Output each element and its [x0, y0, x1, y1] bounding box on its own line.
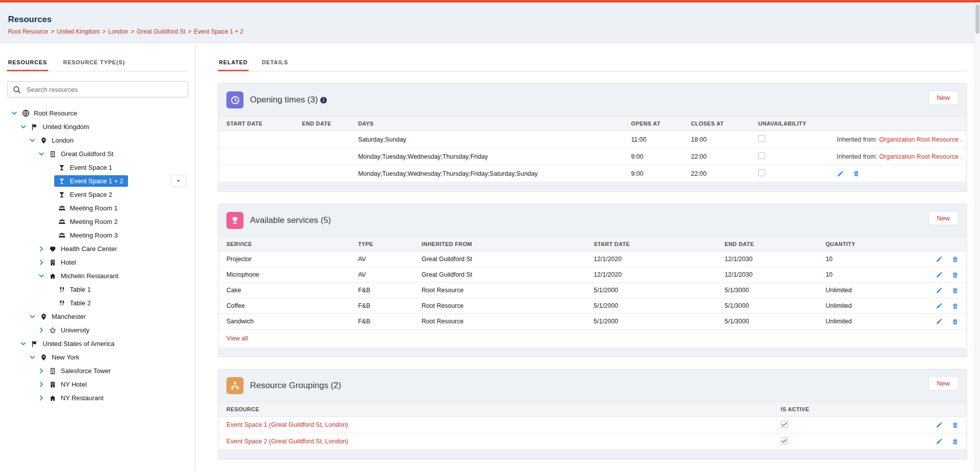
tree-item-london[interactable]: London — [7, 134, 188, 147]
tree-item-new-york[interactable]: New York — [7, 350, 188, 364]
checkbox[interactable] — [758, 169, 765, 176]
tree-item-event-space-2[interactable]: Event Space 2 — [7, 188, 188, 201]
martini-icon — [57, 164, 66, 171]
inherited-from-label: Inherited from: — [837, 153, 878, 160]
tree-item-united-kingdom[interactable]: United Kingdom — [7, 120, 188, 134]
edit-button[interactable] — [936, 256, 943, 263]
tree-item-event-space-1-2[interactable]: Event Space 1 + 2 — [7, 174, 188, 188]
tree-item-salesforce-tower[interactable]: Salesforce Tower — [7, 364, 188, 378]
table-cell: 5/1/2000 — [589, 314, 720, 329]
search-input[interactable] — [26, 85, 183, 94]
new-button[interactable]: New — [928, 90, 958, 105]
edit-button[interactable] — [936, 302, 943, 309]
trash-icon — [952, 256, 958, 263]
tree-item-meeting-room-2[interactable]: Meeting Room 2 — [7, 215, 188, 228]
tree-item-hotel[interactable]: Hotel — [7, 256, 188, 269]
tab-resource-type-s[interactable]: RESOURCE TYPE(S) — [62, 56, 126, 71]
chevron-down-icon[interactable] — [19, 124, 27, 130]
data-table: RESOURCEIS ACTIVEEvent Space 1 (Great Gu… — [218, 402, 966, 450]
chevron-down-icon[interactable] — [37, 273, 45, 279]
tree-item-meeting-room-3[interactable]: Meeting Room 3 — [7, 228, 188, 242]
delete-button[interactable] — [952, 256, 958, 263]
chevron-down-icon[interactable] — [28, 313, 36, 320]
tree-item-table-1[interactable]: Table 1 — [7, 283, 188, 296]
tree-item-united-states-of-america[interactable]: United States of America — [7, 337, 188, 350]
breadcrumb-separator: > — [188, 28, 191, 35]
delete-button[interactable] — [952, 422, 958, 428]
new-button[interactable]: New — [928, 376, 958, 391]
tree-item-ny-hotel[interactable]: NY Hotel — [7, 378, 188, 391]
table-cell: 12/1/2030 — [719, 252, 820, 267]
edit-button[interactable] — [936, 318, 943, 325]
tree-item-health-care-center[interactable]: Health Care Center — [7, 242, 188, 256]
view-all-link[interactable]: View all — [226, 335, 248, 342]
info-icon[interactable] — [320, 96, 327, 104]
table-cell: 12/1/2020 — [589, 252, 720, 267]
tree-item-menu-button[interactable] — [171, 175, 186, 187]
column-header-is-active: IS ACTIVE — [776, 402, 907, 417]
column-header-end-date: END DATE — [719, 237, 820, 252]
inherited-from-link[interactable]: Organization Root Resource . — [879, 153, 962, 160]
edit-button[interactable] — [936, 421, 943, 428]
tree-item-ny-restaurant[interactable]: NY Restaurant — [7, 391, 188, 405]
table-cell: Projector — [218, 252, 353, 267]
tree-item-label: Event Space 2 — [70, 191, 112, 198]
chevron-down-icon[interactable] — [19, 340, 27, 347]
checkbox[interactable] — [758, 135, 765, 142]
page-scrollbar-thumb[interactable] — [975, 5, 979, 34]
tree-item-table-2[interactable]: Table 2 — [7, 296, 188, 310]
breadcrumb-link-event-space-1-2[interactable]: Event Space 1 + 2 — [194, 28, 243, 35]
delete-button[interactable] — [952, 318, 958, 325]
search-icon — [13, 85, 21, 94]
delete-button[interactable] — [952, 438, 958, 445]
tree-item-university[interactable]: University — [7, 323, 188, 337]
breadcrumb-link-london[interactable]: London — [108, 28, 128, 35]
column-header-type: TYPE — [353, 237, 417, 252]
tab-details[interactable]: DETAILS — [261, 56, 289, 71]
chevron-right-icon[interactable] — [37, 327, 45, 333]
chevron-down-icon[interactable] — [28, 137, 36, 144]
chevron-right-icon[interactable] — [37, 246, 45, 252]
table-cell — [907, 417, 966, 433]
tree-item-root-resource[interactable]: Root Resource — [7, 106, 188, 120]
search-box — [7, 81, 188, 97]
chevron-right-icon[interactable] — [37, 395, 45, 401]
edit-button[interactable] — [936, 287, 943, 294]
utensils-icon — [57, 286, 66, 293]
resource-link[interactable]: Event Space 1 (Great Guildford St, Londo… — [226, 421, 348, 428]
tree-item-meeting-room-1[interactable]: Meeting Room 1 — [7, 201, 188, 215]
tree-item-michelin-restaurant[interactable]: Michelin Restaurant — [7, 269, 188, 283]
chevron-down-icon[interactable] — [28, 354, 36, 361]
checkbox[interactable] — [781, 421, 788, 428]
chevron-right-icon[interactable] — [37, 368, 45, 374]
tab-resources[interactable]: RESOURCES — [7, 56, 48, 71]
breadcrumb-link-root-resource[interactable]: Root Resource — [8, 28, 48, 35]
globe-icon — [21, 109, 30, 117]
table-cell: Event Space 1 (Great Guildford St, Londo… — [218, 417, 776, 433]
delete-button[interactable] — [952, 303, 958, 309]
delete-button[interactable] — [952, 287, 958, 294]
tree-item-manchester[interactable]: Manchester — [7, 310, 188, 323]
breadcrumb-link-united-kingdom[interactable]: United Kingdom — [57, 28, 99, 35]
chevron-right-icon[interactable] — [37, 259, 45, 266]
chevron-down-icon[interactable] — [10, 110, 18, 116]
delete-button[interactable] — [952, 272, 958, 278]
new-button[interactable]: New — [928, 211, 958, 225]
tab-related[interactable]: RELATED — [218, 56, 249, 71]
chevron-right-icon[interactable] — [37, 381, 45, 388]
chevron-down-icon[interactable] — [37, 151, 45, 157]
edit-button[interactable] — [936, 438, 943, 445]
delete-button[interactable] — [853, 170, 860, 177]
resource-link[interactable]: Event Space 2 (Great Guildford St, Londo… — [226, 438, 348, 445]
tree-item-event-space-1[interactable]: Event Space 1 — [7, 161, 188, 174]
inherited-from-link[interactable]: Organization Root Resource . — [879, 136, 962, 143]
checkbox[interactable] — [758, 152, 765, 159]
table-cell: Root Resource — [417, 283, 589, 298]
checkbox[interactable] — [781, 437, 788, 444]
tree-item-great-guildford-st[interactable]: Great Guildford St — [7, 147, 188, 161]
table-cell — [907, 298, 966, 314]
breadcrumb-link-great-guildford-st[interactable]: Great Guildford St — [137, 28, 186, 35]
edit-button[interactable] — [837, 170, 844, 177]
card-footer-pad — [218, 182, 966, 191]
edit-button[interactable] — [936, 271, 943, 278]
